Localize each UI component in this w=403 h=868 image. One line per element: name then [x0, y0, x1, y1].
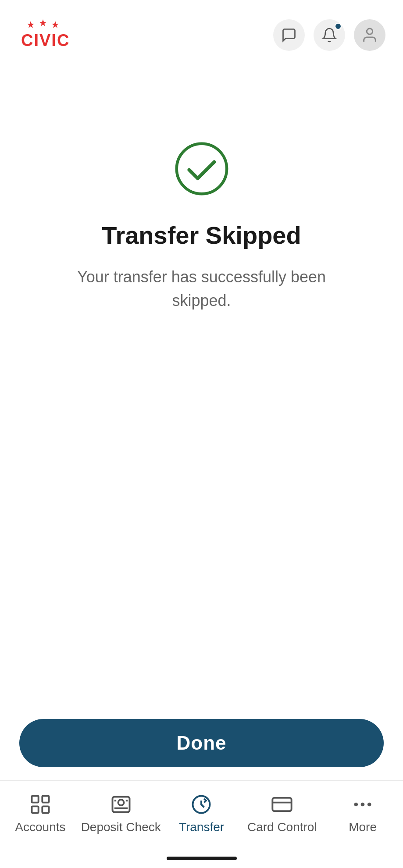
- notification-button[interactable]: [314, 19, 345, 51]
- svg-rect-8: [32, 806, 38, 813]
- more-icon: [351, 793, 374, 816]
- nav-item-more[interactable]: More: [322, 789, 403, 834]
- nav-item-transfer[interactable]: Transfer: [161, 789, 242, 834]
- svg-point-4: [367, 28, 372, 34]
- svg-marker-1: [39, 19, 46, 26]
- svg-rect-13: [273, 798, 292, 811]
- transfer-skipped-subtitle: Your transfer has successfully been skip…: [70, 265, 333, 313]
- svg-rect-7: [42, 796, 49, 803]
- nav-item-deposit-check[interactable]: Deposit Check: [81, 789, 161, 834]
- accounts-icon: [29, 793, 52, 816]
- transfer-label: Transfer: [179, 820, 224, 834]
- profile-button[interactable]: [354, 19, 385, 51]
- home-indicator: [167, 857, 237, 860]
- chat-button[interactable]: [273, 19, 305, 51]
- svg-marker-2: [52, 21, 59, 28]
- svg-rect-6: [32, 796, 38, 803]
- card-control-label: Card Control: [247, 820, 317, 834]
- success-icon-container: [173, 140, 230, 199]
- done-button-container: Done: [0, 719, 403, 780]
- svg-point-15: [354, 803, 358, 807]
- svg-point-16: [361, 803, 365, 807]
- card-control-icon: [271, 793, 293, 816]
- checkmark-circle-icon: [173, 140, 230, 197]
- deposit-check-icon: [110, 793, 132, 816]
- transfer-icon: [190, 793, 213, 816]
- svg-point-17: [367, 803, 371, 807]
- accounts-label: Accounts: [15, 820, 65, 834]
- header: CIVIC: [0, 0, 403, 61]
- svg-point-11: [118, 800, 124, 805]
- svg-point-5: [176, 144, 226, 194]
- nav-item-card-control[interactable]: Card Control: [242, 789, 322, 834]
- civic-logo: CIVIC: [18, 18, 88, 53]
- transfer-skipped-title: Transfer Skipped: [102, 221, 301, 249]
- svg-rect-9: [42, 806, 49, 813]
- nav-item-accounts[interactable]: Accounts: [0, 789, 81, 834]
- bottom-nav: Accounts Deposit Check Transfer Card Con…: [0, 780, 403, 868]
- done-button[interactable]: Done: [19, 719, 384, 767]
- notification-dot: [335, 23, 342, 30]
- logo-container: CIVIC: [18, 18, 88, 53]
- profile-icon: [361, 26, 378, 44]
- svg-text:CIVIC: CIVIC: [21, 31, 70, 50]
- main-content: Transfer Skipped Your transfer has succe…: [0, 96, 403, 356]
- deposit-check-label: Deposit Check: [81, 820, 161, 834]
- more-label: More: [349, 820, 377, 834]
- notification-icon: [321, 27, 337, 43]
- svg-marker-0: [27, 21, 34, 28]
- header-icons: [273, 19, 385, 51]
- chat-icon: [281, 27, 297, 43]
